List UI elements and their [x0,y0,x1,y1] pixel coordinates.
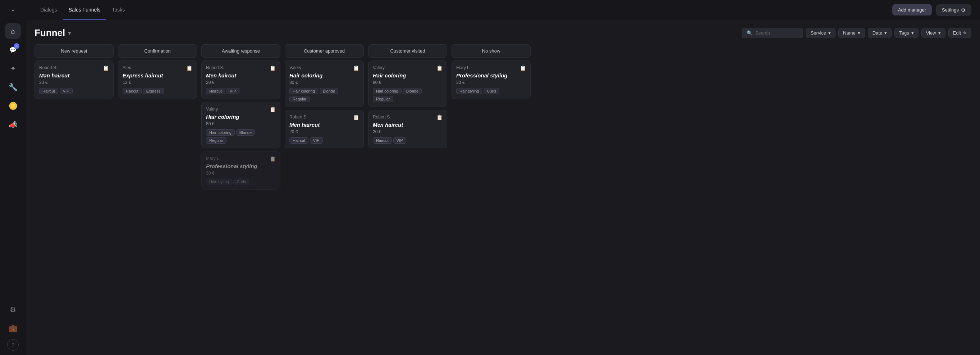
col-header-customer-approved: Customer approved [285,44,364,58]
name-chevron-icon: ▾ [858,30,860,36]
kanban-col-customer-approved: Customer approvedValery📋Hair coloring80 … [285,44,364,224]
card-tag: Curls [484,88,500,94]
kanban-card[interactable]: Mary L.📋Professional styling30 €Hair sty… [452,61,531,99]
kanban-card[interactable]: Valery📋Hair coloring80 €Hair coloringBlo… [368,61,447,107]
date-filter-button[interactable]: Date ▾ [868,28,892,38]
settings-gear-icon: ⚙ [961,7,966,13]
card-customer-name: Mary L. [456,65,471,70]
sidebar: ⌃ ⌂ 💬 8 ✦ 🔧 🪙 📣 ⚙ 💼 ? [0,0,26,355]
card-clipboard-icon: 📋 [436,65,442,71]
card-tag: Regular [373,96,393,102]
card-tag: Hair coloring [206,129,235,136]
card-service-name: Hair coloring [290,72,359,78]
sidebar-wrench-icon[interactable]: 🔧 [5,79,21,95]
card-price: 20 € [373,129,442,134]
sidebar-chevron-icon[interactable]: ⌃ [5,4,21,20]
card-tag: Express [143,88,164,94]
topnav: Dialogs Sales Funnels Tasks Add manager … [26,0,980,20]
name-filter-button[interactable]: Name ▾ [838,28,865,38]
kanban-card[interactable]: Robert S.📋Men haircut20 €HaircutVIP [368,110,447,148]
kanban-card[interactable]: Robert S.📋Men haircut20 €HaircutVIP [201,61,280,99]
card-tag: VIP [60,88,73,94]
card-clipboard-icon: 📋 [436,115,442,120]
topnav-actions: Add manager Settings ⚙ [892,4,971,16]
kanban-card[interactable]: Robert S.📋Man haircut20 €HaircutVIP [35,61,114,99]
name-label: Name [843,30,856,36]
funnel-title-text: Funnel [35,27,65,38]
card-customer-name: Mary L. [206,156,220,161]
date-chevron-icon: ▾ [885,30,887,36]
card-customer-name: Robert S. [39,65,57,70]
sidebar-briefcase-icon[interactable]: 💼 [5,320,21,336]
kanban-col-customer-visited: Customer visitedValery📋Hair coloring80 €… [368,44,447,224]
tags-label: Tags [899,30,909,36]
edit-button[interactable]: Edit ✎ [948,28,971,38]
card-price: 80 € [373,80,442,85]
kanban-board: New requestRobert S.📋Man haircut20 €Hair… [35,44,971,224]
kanban-card[interactable]: Valery📋Hair coloring80 €Hair coloringBlo… [201,102,280,148]
kanban-card[interactable]: Mary L.📋Professional styling30 €Hair sty… [201,151,280,190]
kanban-col-new-request: New requestRobert S.📋Man haircut20 €Hair… [35,44,114,224]
tab-tasks[interactable]: Tasks [106,0,130,20]
card-price: 80 € [206,122,276,126]
card-tag: Hair coloring [290,88,318,94]
card-tag: Hair styling [456,88,482,94]
tags-filter-button[interactable]: Tags ▾ [894,28,918,38]
card-customer-name: Robert S. [373,115,391,120]
add-manager-button[interactable]: Add manager [892,4,932,16]
chat-badge: 8 [14,43,19,49]
tab-sales-funnels[interactable]: Sales Funnels [63,0,107,20]
tab-dialogs[interactable]: Dialogs [35,0,63,20]
card-tag: Haircut [290,137,309,144]
settings-button[interactable]: Settings ⚙ [936,4,971,16]
col-header-no-show: No show [452,44,531,58]
card-service-name: Express haircut [123,72,192,78]
card-customer-name: Valery [373,65,385,70]
card-clipboard-icon: 📋 [353,65,359,71]
search-box: 🔍 [742,28,803,38]
search-input[interactable] [755,30,799,36]
card-price: 30 € [456,80,526,85]
edit-pencil-icon: ✎ [963,30,967,36]
sidebar-home-icon[interactable]: ⌂ [5,23,21,39]
card-clipboard-icon: 📋 [270,107,276,112]
card-tag: VIP [310,137,323,144]
tags-chevron-icon: ▾ [912,30,914,36]
service-filter-button[interactable]: Service ▾ [806,28,835,38]
card-clipboard-icon: 📋 [103,65,109,71]
card-customer-name: Robert S. [206,65,224,70]
card-tag: Haircut [123,88,142,94]
view-filter-button[interactable]: View ▾ [921,28,945,38]
card-customer-name: Valery [206,107,218,112]
funnel-dropdown-icon[interactable]: ▾ [68,30,71,36]
settings-label: Settings [942,7,959,13]
filter-bar: 🔍 Service ▾ Name ▾ Date ▾ Tags ▾ [742,28,971,38]
card-customer-name: Valery [290,65,301,70]
col-header-customer-visited: Customer visited [368,44,447,58]
card-tag: Blonde [236,129,255,136]
kanban-card[interactable]: Valery📋Hair coloring80 €Hair coloringBlo… [285,61,364,107]
service-label: Service [811,30,826,36]
card-service-name: Men haircut [373,122,442,128]
sidebar-chat-icon[interactable]: 💬 8 [5,42,21,58]
kanban-col-confirmation: ConfirmationAlex📋Express haircut12 €Hair… [118,44,197,224]
view-label: View [926,30,936,36]
card-price: 20 € [39,80,109,85]
sidebar-star-icon[interactable]: ✦ [5,61,21,76]
search-icon: 🔍 [747,30,752,36]
sidebar-coins-icon[interactable]: 🪙 [5,98,21,114]
view-chevron-icon: ▾ [938,30,941,36]
sidebar-megaphone-icon[interactable]: 📣 [5,117,21,133]
card-tag: Blonde [320,88,338,94]
card-customer-name: Alex [123,65,131,70]
kanban-card[interactable]: Alex📋Express haircut12 €HaircutExpress [118,61,197,99]
col-header-new-request: New request [35,44,114,58]
card-tag: Haircut [206,88,225,94]
card-tag: Hair styling [206,179,232,185]
sidebar-help-icon[interactable]: ? [7,339,19,351]
card-price: 20 € [290,129,359,134]
sidebar-gear-icon[interactable]: ⚙ [5,302,21,318]
card-tag: VIP [226,88,239,94]
kanban-card[interactable]: Robert S.📋Men haircut20 €HaircutVIP [285,110,364,148]
col-header-awaiting-response: Awaiting response [201,44,280,58]
